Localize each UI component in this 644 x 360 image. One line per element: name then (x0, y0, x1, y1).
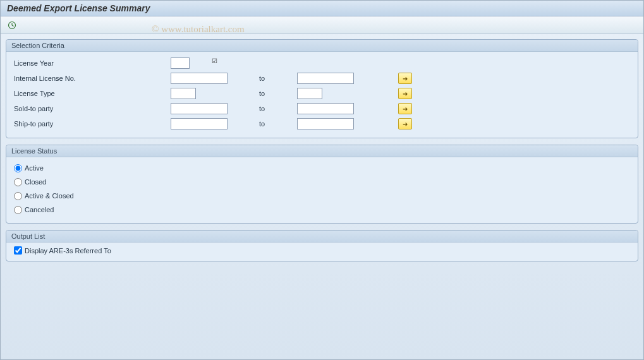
title-bar: Deemed Export License Summary (1, 1, 643, 16)
row-ship-to-party: Ship-to party to ➜ (13, 116, 631, 131)
group-license-status: License Status Active Closed Active & Cl… (6, 145, 638, 224)
input-license-year[interactable] (171, 57, 190, 69)
to-label: to (259, 75, 297, 82)
label-internal-license-no: Internal License No. (13, 75, 171, 82)
row-sold-to-party: Sold-to party to ➜ (13, 101, 631, 116)
label-closed[interactable]: Closed (25, 178, 46, 186)
input-sold-to-from[interactable] (171, 103, 228, 114)
input-license-type-to[interactable] (297, 88, 322, 99)
to-label: to (259, 90, 297, 97)
page-title: Deemed Export License Summary (7, 3, 150, 13)
group-title-status: License Status (6, 145, 638, 157)
label-active[interactable]: Active (25, 164, 44, 172)
group-title-selection: Selection Criteria (6, 40, 638, 52)
arrow-right-icon: ➜ (403, 75, 408, 82)
label-license-year: License Year (13, 59, 171, 67)
arrow-right-icon: ➜ (403, 105, 408, 112)
label-canceled[interactable]: Canceled (25, 206, 54, 213)
group-selection-criteria: Selection Criteria License Year ☑ Intern… (6, 39, 638, 138)
row-license-year: License Year ☑ (13, 56, 631, 71)
to-label: to (259, 105, 297, 112)
input-ship-to-to[interactable] (297, 118, 354, 129)
row-internal-license-no: Internal License No. to ➜ (13, 71, 631, 86)
radio-canceled[interactable] (14, 206, 22, 214)
label-license-type: License Type (13, 90, 171, 97)
label-ship-to-party: Ship-to party (13, 120, 171, 128)
to-label: to (259, 120, 297, 128)
checkbox-display-are3[interactable] (14, 246, 22, 255)
multi-select-button[interactable]: ➜ (398, 73, 412, 84)
group-output-list: Output List Display ARE-3s Referred To (6, 230, 638, 261)
input-internal-no-to[interactable] (297, 73, 354, 84)
multi-select-button[interactable]: ➜ (398, 103, 412, 114)
input-sold-to-to[interactable] (297, 103, 354, 114)
execute-button[interactable] (6, 19, 18, 32)
content-area: Selection Criteria License Year ☑ Intern… (1, 34, 643, 273)
input-internal-no-from[interactable] (171, 73, 228, 84)
arrow-right-icon: ➜ (403, 121, 408, 128)
search-help-icon[interactable]: ☑ (212, 57, 217, 64)
label-active-closed[interactable]: Active & Closed (25, 192, 74, 200)
clock-execute-icon (8, 21, 16, 30)
group-title-output: Output List (6, 231, 638, 243)
multi-select-button[interactable]: ➜ (398, 118, 412, 129)
arrow-right-icon: ➜ (403, 90, 408, 97)
radio-active[interactable] (14, 164, 22, 172)
label-display-are3[interactable]: Display ARE-3s Referred To (25, 247, 111, 255)
toolbar (1, 16, 643, 34)
radio-active-closed[interactable] (14, 192, 22, 200)
svg-line-2 (12, 25, 14, 27)
label-sold-to-party: Sold-to party (13, 105, 171, 112)
radio-closed[interactable] (14, 178, 22, 186)
multi-select-button[interactable]: ➜ (398, 88, 412, 99)
app-window: Deemed Export License Summary © www.tuto… (0, 0, 644, 360)
row-license-type: License Type to ➜ (13, 86, 631, 101)
input-ship-to-from[interactable] (171, 118, 228, 129)
input-license-type-from[interactable] (171, 88, 196, 99)
